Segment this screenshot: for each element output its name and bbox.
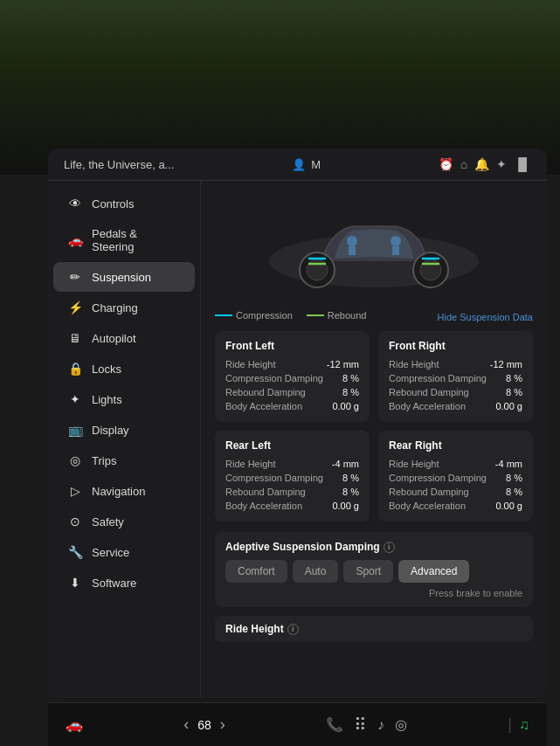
sidebar-item-lights[interactable]: ✦Lights [53, 384, 195, 414]
press-brake-label: Press brake to enable [225, 588, 522, 598]
front-left-ride-height-value: -12 mm [327, 359, 359, 370]
charging-nav-icon: ⚡ [67, 300, 83, 314]
sport-button[interactable]: Sport [343, 560, 393, 583]
rear-right-section: Rear Right Ride Height -4 mm Compression… [378, 431, 533, 522]
sidebar-label-software: Software [92, 577, 136, 590]
front-left-compression-label: Compression Damping [225, 373, 323, 383]
rear-left-body-accel-row: Body Acceleration 0.00 g [225, 499, 359, 513]
sidebar-item-suspension[interactable]: ✏Suspension [53, 262, 195, 292]
ride-height-section: Ride Height i [215, 616, 533, 642]
rear-right-ride-height-value: -4 mm [495, 459, 522, 469]
sidebar-item-autopilot[interactable]: 🖥Autopilot [53, 323, 195, 353]
front-left-title: Front Left [225, 340, 359, 352]
sidebar-item-trips[interactable]: ◎Trips [53, 446, 195, 475]
car-svg [252, 196, 496, 300]
forward-button[interactable]: › [220, 715, 225, 734]
taskbar-right: | ♫ [508, 715, 529, 734]
front-right-ride-height-label: Ride Height [389, 359, 439, 370]
front-right-compression-label: Compression Damping [389, 373, 487, 383]
advanced-button[interactable]: Advanced [398, 560, 469, 583]
front-left-body-accel-row: Body Acceleration 0.00 g [225, 399, 359, 413]
auto-button[interactable]: Auto [293, 560, 339, 583]
rear-right-compression-value: 8 % [506, 473, 522, 483]
sidebar-item-display[interactable]: 📺Display [53, 415, 195, 445]
sidebar-label-service: Service [92, 546, 129, 559]
navigation-nav-icon: ▷ [67, 484, 83, 498]
front-left-ride-height-label: Ride Height [225, 359, 275, 370]
hide-suspension-data-link[interactable]: Hide Suspension Data [438, 312, 533, 322]
person-icon: 👤 [292, 158, 306, 171]
sidebar-item-controls[interactable]: 👁Controls [53, 189, 195, 218]
sidebar-label-charging: Charging [92, 301, 138, 314]
rear-left-body-accel-label: Body Acceleration [225, 501, 302, 511]
ride-height-info-icon[interactable]: i [287, 624, 299, 635]
sidebar-item-software[interactable]: ⬇Software [53, 568, 195, 597]
rear-right-rebound-value: 8 % [506, 487, 522, 497]
map-taskbar-icon[interactable]: ◎ [395, 716, 407, 733]
sidebar-item-service[interactable]: 🔧Service [53, 537, 195, 567]
back-button[interactable]: ‹ [183, 715, 189, 734]
rear-left-ride-height-label: Ride Height [225, 459, 275, 469]
spotify-taskbar-icon[interactable]: ♫ [519, 717, 529, 733]
rear-right-compression-label: Compression Damping [389, 473, 487, 483]
sidebar-label-controls: Controls [92, 197, 134, 211]
sidebar-label-autopilot: Autopilot [92, 332, 136, 345]
front-left-rebound-value: 8 % [342, 387, 359, 397]
rear-left-compression-value: 8 % [342, 473, 359, 483]
comfort-button[interactable]: Comfort [225, 560, 287, 583]
sidebar-item-pedals[interactable]: 🚗Pedals & Steering [53, 219, 195, 261]
sidebar-label-display: Display [92, 424, 129, 437]
bell-icon: 🔔 [474, 157, 489, 171]
front-left-body-accel-value: 0.00 g [332, 401, 359, 411]
rear-right-ride-height-row: Ride Height -4 mm [389, 457, 522, 471]
top-bar: Life, the Universe, a... 👤 M ⏰ ⌂ 🔔 ✦ ▐▌ [48, 149, 547, 181]
svg-rect-12 [392, 246, 399, 255]
user-initial: M [311, 158, 321, 171]
status-icons: ⏰ ⌂ 🔔 ✦ ▐▌ [439, 157, 531, 171]
taskbar: 🚗 ‹ 68 › 📞 ⠿ ♪ ◎ | ♫ [48, 702, 547, 746]
trips-nav-icon: ◎ [67, 453, 83, 467]
front-right-compression-row: Compression Damping 8 % [389, 371, 522, 385]
rear-left-compression-row: Compression Damping 8 % [225, 471, 359, 485]
rear-right-body-accel-label: Body Acceleration [389, 501, 466, 511]
rear-left-ride-height-row: Ride Height -4 mm [225, 457, 359, 471]
apps-taskbar-icon[interactable]: ⠿ [354, 715, 367, 736]
sidebar-item-safety[interactable]: ⊙Safety [53, 507, 195, 536]
user-info: 👤 M [292, 158, 321, 171]
suspension-grid: Front Left Ride Height -12 mm Compressio… [215, 331, 533, 522]
svg-point-2 [307, 259, 328, 280]
sidebar-item-navigation[interactable]: ▷Navigation [53, 476, 195, 506]
rear-left-ride-height-value: -4 mm [332, 459, 359, 469]
phone-taskbar-icon[interactable]: 📞 [326, 716, 343, 733]
controls-nav-icon: 👁 [67, 197, 83, 211]
front-left-rebound-label: Rebound Damping [225, 387, 306, 397]
sidebar-item-charging[interactable]: ⚡Charging [53, 293, 195, 322]
rear-right-ride-height-label: Ride Height [389, 459, 439, 469]
adaptive-suspension-section: Adeptive Suspension Damping i Comfort Au… [215, 532, 533, 607]
front-right-ride-height-value: -12 mm [490, 359, 522, 370]
sidebar-label-safety: Safety [92, 515, 124, 528]
rear-right-body-accel-value: 0.00 g [495, 501, 522, 511]
front-left-compression-row: Compression Damping 8 % [225, 371, 359, 385]
autopilot-nav-icon: 🖥 [67, 331, 83, 345]
main-ui: Life, the Universe, a... 👤 M ⏰ ⌂ 🔔 ✦ ▐▌ … [48, 149, 547, 698]
pedals-nav-icon: 🚗 [67, 233, 83, 247]
lights-nav-icon: ✦ [67, 392, 83, 406]
home-icon: ⌂ [460, 157, 467, 171]
rear-right-body-accel-row: Body Acceleration 0.00 g [389, 499, 522, 513]
rear-left-section: Rear Left Ride Height -4 mm Compression … [215, 431, 370, 522]
suspension-nav-icon: ✏ [67, 270, 83, 284]
rear-left-title: Rear Left [225, 439, 359, 452]
adaptive-title: Adeptive Suspension Damping i [225, 541, 522, 553]
content-area: Compression Rebound Hide Suspension Data… [201, 181, 547, 698]
rear-right-rebound-row: Rebound Damping 8 % [389, 485, 522, 499]
adaptive-info-icon[interactable]: i [384, 542, 395, 553]
sidebar-item-locks[interactable]: 🔒Locks [53, 354, 195, 383]
music-taskbar-icon[interactable]: ♪ [377, 717, 384, 733]
alarm-icon: ⏰ [439, 157, 453, 171]
sidebar: 👁Controls🚗Pedals & Steering✏Suspension⚡C… [48, 181, 201, 698]
sidebar-label-locks: Locks [92, 363, 121, 376]
car-taskbar-icon[interactable]: 🚗 [66, 716, 83, 733]
display-nav-icon: 📺 [67, 423, 83, 437]
front-right-section: Front Right Ride Height -12 mm Compressi… [378, 331, 533, 422]
